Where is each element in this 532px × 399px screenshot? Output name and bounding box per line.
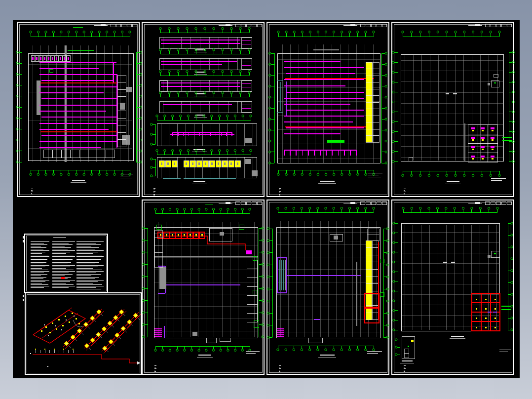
model-space (13, 20, 520, 378)
cad-viewer-background (0, 0, 532, 399)
rect (245, 159, 251, 164)
3 (159, 160, 177, 167)
9 (184, 160, 240, 167)
rect (192, 332, 197, 336)
rect (334, 236, 338, 239)
rect (120, 103, 125, 110)
rect (411, 340, 414, 342)
rect (245, 138, 252, 143)
12 (366, 62, 372, 142)
rect (246, 250, 252, 254)
1 (73, 27, 83, 28)
rect (23, 240, 24, 242)
rect (327, 140, 344, 143)
scatter (408, 346, 409, 347)
rect (488, 255, 491, 258)
cad-drawing-canvas (0, 0, 532, 399)
rect (252, 170, 258, 176)
legend-red-symbol (61, 277, 65, 279)
1 (205, 204, 213, 204)
rect (159, 267, 166, 289)
rect (494, 253, 496, 254)
rect (23, 295, 24, 297)
1 (53, 237, 66, 238)
roomgrid (468, 124, 497, 162)
rect (37, 80, 40, 115)
rect (23, 299, 24, 301)
rect (488, 83, 490, 85)
rect (220, 232, 224, 236)
rect (126, 87, 132, 92)
rect (23, 236, 24, 239)
rect (494, 82, 496, 83)
